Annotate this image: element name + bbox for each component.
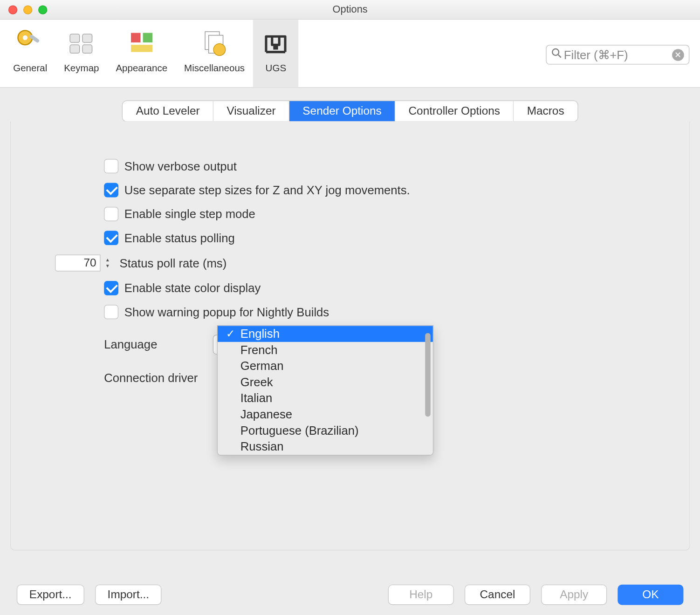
svg-point-14	[552, 49, 559, 55]
toolbar-label: Appearance	[116, 63, 167, 74]
svg-point-12	[213, 44, 226, 56]
checkbox-status-polling[interactable]	[104, 231, 118, 245]
search-icon	[551, 48, 562, 62]
filter-input[interactable]: Filter (⌘+F) ✕	[546, 45, 689, 64]
import-button[interactable]: Import...	[95, 584, 162, 605]
checkbox-separate-step[interactable]	[104, 183, 118, 198]
svg-rect-5	[70, 45, 80, 53]
toolbar-item-misc[interactable]: Miscellaneous	[176, 20, 253, 87]
window-controls	[0, 5, 47, 14]
sender-options-panel: Show verbose output Use separate step si…	[10, 121, 690, 550]
checkbox-show-verbose[interactable]	[104, 159, 118, 173]
label-separate-step: Use separate step sizes for Z and XY jog…	[124, 183, 410, 197]
filter-placeholder: Filter (⌘+F)	[564, 48, 672, 62]
tab-visualizer[interactable]: Visualizer	[213, 101, 289, 122]
tab-sender-options[interactable]: Sender Options	[289, 101, 395, 122]
label-status-polling: Enable status polling	[124, 231, 235, 245]
svg-rect-13	[274, 45, 278, 49]
svg-rect-8	[143, 33, 152, 43]
language-option-portuguese[interactable]: Portuguese (Brazilian)	[218, 423, 433, 439]
ok-button[interactable]: OK	[618, 584, 683, 605]
apply-button[interactable]: Apply	[541, 584, 607, 605]
tab-auto-leveler[interactable]: Auto Leveler	[123, 101, 214, 122]
close-button[interactable]	[8, 5, 17, 14]
svg-line-15	[558, 55, 561, 58]
language-option-greek[interactable]: Greek	[218, 374, 433, 390]
window-title: Options	[0, 4, 700, 16]
cnc-machine-icon	[261, 28, 290, 57]
label-language: Language	[11, 338, 213, 352]
checkbox-single-step[interactable]	[104, 207, 118, 221]
language-option-russian[interactable]: Russian	[218, 439, 433, 455]
language-dropdown: English French German Greek Italian Japa…	[217, 325, 433, 456]
content-area: Auto Leveler Visualizer Sender Options C…	[0, 88, 700, 573]
keyboard-icon	[67, 28, 96, 57]
language-option-japanese[interactable]: Japanese	[218, 406, 433, 423]
toolbar-item-keymap[interactable]: Keymap	[55, 20, 107, 87]
titlebar: Options	[0, 0, 700, 20]
toolbar-item-general[interactable]: General	[5, 20, 55, 87]
chevron-up-icon: ▲	[103, 257, 113, 263]
zoom-button[interactable]	[38, 5, 47, 14]
label-poll-rate: Status poll rate (ms)	[120, 256, 227, 270]
poll-rate-stepper[interactable]: ▲▼	[103, 255, 113, 272]
svg-rect-4	[82, 34, 92, 42]
tab-macros[interactable]: Macros	[514, 101, 577, 122]
dropdown-scrollbar[interactable]	[425, 333, 431, 417]
svg-rect-9	[131, 45, 152, 52]
label-show-verbose: Show verbose output	[124, 159, 237, 173]
footer: Export... Import... Help Cancel Apply OK	[0, 573, 700, 615]
checkbox-nightly-warning[interactable]	[104, 305, 118, 319]
tab-bar: Auto Leveler Visualizer Sender Options C…	[0, 101, 700, 122]
help-button[interactable]: Help	[388, 584, 454, 605]
toolbar: General Keymap Appearance	[0, 20, 700, 88]
toolbar-label: Keymap	[64, 63, 99, 74]
wrench-gear-icon	[16, 28, 45, 57]
label-connection-driver: Connection driver	[11, 371, 213, 385]
chevron-down-icon: ▼	[103, 263, 113, 269]
export-button[interactable]: Export...	[17, 584, 84, 605]
checkbox-state-color[interactable]	[104, 281, 118, 295]
language-option-italian[interactable]: Italian	[218, 390, 433, 407]
toolbar-item-ugs[interactable]: UGS	[253, 20, 299, 87]
cancel-button[interactable]: Cancel	[465, 584, 530, 605]
palette-icon	[127, 28, 156, 57]
input-poll-rate[interactable]: 70	[55, 255, 101, 272]
svg-rect-6	[82, 45, 92, 53]
minimize-button[interactable]	[23, 5, 32, 14]
clear-filter-icon[interactable]: ✕	[672, 49, 684, 61]
label-state-color: Enable state color display	[124, 281, 261, 295]
tab-controller-options[interactable]: Controller Options	[395, 101, 514, 122]
toolbar-label: UGS	[266, 63, 286, 74]
toolbar-label: General	[13, 63, 47, 74]
svg-rect-7	[131, 33, 141, 43]
toolbar-item-appearance[interactable]: Appearance	[107, 20, 176, 87]
label-single-step: Enable single step mode	[124, 207, 255, 221]
language-option-english[interactable]: English	[218, 326, 433, 342]
language-option-german[interactable]: German	[218, 358, 433, 375]
language-option-french[interactable]: French	[218, 342, 433, 358]
toolbar-label: Miscellaneous	[184, 63, 245, 74]
svg-rect-3	[70, 34, 80, 42]
documents-gear-icon	[200, 28, 229, 57]
svg-point-1	[23, 35, 27, 40]
label-nightly-warning: Show warning popup for Nightly Builds	[124, 305, 329, 319]
